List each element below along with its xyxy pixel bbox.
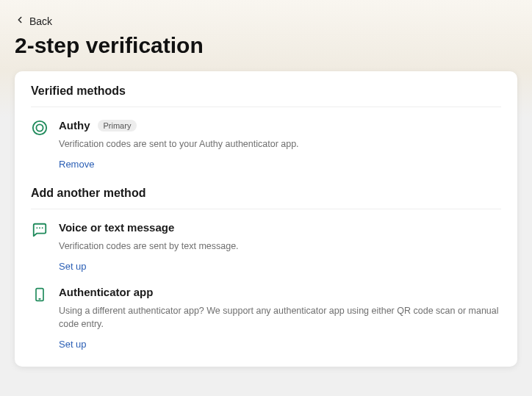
method-title: Voice or text message bbox=[59, 221, 174, 234]
method-title: Authy bbox=[59, 119, 90, 132]
svg-point-0 bbox=[33, 121, 46, 134]
method-body: Authy Primary Verification codes are sen… bbox=[59, 119, 501, 170]
method-row-authapp: Authenticator app Using a different auth… bbox=[31, 286, 501, 351]
remove-link[interactable]: Remove bbox=[59, 159, 94, 170]
method-title-line: Authenticator app bbox=[59, 286, 501, 298]
back-label: Back bbox=[29, 15, 52, 27]
add-method-header: Add another method bbox=[31, 187, 501, 209]
setup-sms-link[interactable]: Set up bbox=[59, 261, 87, 272]
phone-icon bbox=[31, 286, 48, 303]
method-description: Verification codes are sent to your Auth… bbox=[59, 137, 501, 151]
authy-icon bbox=[31, 119, 48, 137]
setup-authapp-link[interactable]: Set up bbox=[59, 339, 87, 350]
method-row-sms: Voice or text message Verification codes… bbox=[31, 221, 501, 273]
method-row-authy: Authy Primary Verification codes are sen… bbox=[31, 119, 501, 170]
method-description: Verification codes are sent by text mess… bbox=[59, 240, 501, 253]
verification-card: Verified methods Authy Primary Verificat… bbox=[15, 71, 517, 367]
svg-point-1 bbox=[36, 124, 43, 131]
method-description: Using a different authenticator app? We … bbox=[59, 304, 501, 332]
method-title-line: Voice or text message bbox=[59, 221, 501, 234]
method-title-line: Authy Primary bbox=[59, 119, 501, 132]
page-container: Back 2-step verification Verified method… bbox=[0, 0, 532, 367]
message-icon bbox=[31, 221, 48, 239]
verified-methods-header: Verified methods bbox=[31, 84, 501, 107]
page-title: 2-step verification bbox=[15, 33, 517, 58]
method-body: Authenticator app Using a different auth… bbox=[59, 286, 501, 351]
back-button[interactable]: Back bbox=[15, 12, 52, 30]
method-title: Authenticator app bbox=[59, 286, 153, 298]
chevron-left-icon bbox=[15, 15, 25, 27]
primary-badge: Primary bbox=[98, 120, 137, 132]
method-body: Voice or text message Verification codes… bbox=[59, 221, 501, 273]
